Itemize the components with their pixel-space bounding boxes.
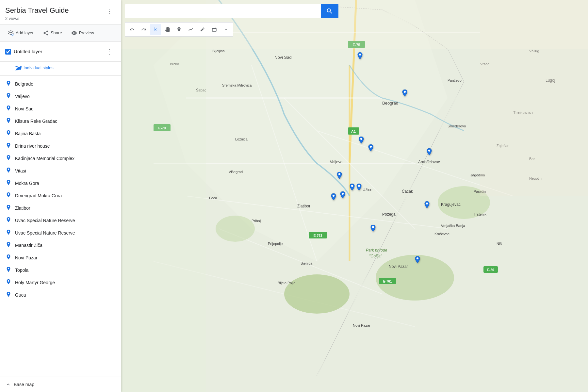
map-search-bar [125,4,584,18]
svg-point-8 [8,143,9,145]
location-name-label: Drvengrad Mokra Gora [15,193,62,198]
pin-icon [335,172,344,181]
add-layer-icon [8,30,14,36]
layer-checkbox[interactable] [5,49,11,55]
svg-text:Pančevo: Pančevo [448,78,462,82]
draw-line-button[interactable] [185,24,196,35]
location-list-item[interactable]: Mokra Gora [0,177,121,189]
app-title: Serbia Travel Guide [5,6,104,15]
share-label: Share [51,30,62,35]
map-pin-vrnjacka[interactable] [422,201,432,212]
location-list-item[interactable]: Drina river house [0,140,121,152]
share-icon [43,30,49,36]
svg-text:Kragujevac: Kragujevac [441,202,461,207]
location-list-item[interactable]: Valjevo [0,90,121,103]
svg-point-16 [8,243,9,244]
add-layer-label: Add layer [16,30,34,35]
pin-icon [422,201,432,210]
map-search-input[interactable] [125,4,321,18]
map-pin-zlatibor1[interactable] [335,172,344,182]
svg-text:Valjevo: Valjevo [330,160,343,164]
map-pin-novi-pazar[interactable] [413,256,422,267]
location-list-item[interactable]: Vitasi [0,165,121,177]
location-list-item[interactable]: Uvac Special Nature Reserve [0,214,121,227]
location-list-item[interactable]: Klisura Reke Gradac [0,115,121,127]
svg-text:Višegrad: Višegrad [229,170,243,174]
map-pin-valjevo[interactable] [357,137,366,147]
svg-point-103 [358,185,360,187]
location-pin-icon [5,180,12,187]
svg-point-11 [8,181,9,182]
add-marker-button[interactable] [173,24,185,35]
svg-text:E-80: E-80 [487,268,494,272]
location-list-item[interactable]: Guca [0,289,121,301]
location-list-item[interactable]: Drvengrad Mokra Gora [0,189,121,202]
svg-point-17 [8,255,9,256]
map-pin-holy-martyr[interactable] [368,225,378,235]
share-button[interactable]: Share [39,28,66,38]
location-list-item[interactable]: Manastir Žiča [0,239,121,252]
location-list-item[interactable]: Topola [0,264,121,276]
base-map-label: Base map [14,382,34,387]
layer-menu-button[interactable]: ⋮ [104,46,116,57]
location-list-item[interactable]: Novi Pazar [0,252,121,264]
location-name-label: Novi Sad [15,106,34,111]
preview-button[interactable]: Preview [67,28,98,38]
map-pin-novi-sad[interactable] [355,52,365,63]
svg-text:Novi Pazar: Novi Pazar [389,264,408,269]
app-header: Serbia Travel Guide 2 views ⋮ [0,0,121,24]
svg-point-14 [8,218,9,219]
location-list-item[interactable]: Zlatibor [0,202,121,214]
map-pin-belgrade[interactable] [400,90,409,100]
location-list-item[interactable]: Holy Martyr George [0,276,121,289]
map-pin-zlatibor3[interactable] [338,191,347,202]
location-name-label: Guca [15,292,26,298]
sidebar: Serbia Travel Guide 2 views ⋮ Add layer … [0,0,121,392]
location-pin-icon [5,217,12,224]
base-map-section[interactable]: Base map [0,377,121,392]
draw-shape-icon [200,27,205,32]
pin-icon [354,184,364,193]
search-icon [326,8,333,15]
svg-point-6 [8,119,9,120]
map-search-button[interactable] [321,4,338,18]
location-list-item[interactable]: Uvac Special Nature Reserve [0,227,121,239]
header-menu-button[interactable]: ⋮ [104,6,116,16]
svg-point-37 [216,216,255,242]
map-pin-zlatibor5[interactable] [354,184,364,194]
pan-button[interactable] [162,24,173,35]
location-pin-icon [5,81,12,87]
map-container: E-75 E-70 A1 Novi Sad Beograd Valjevo Už… [121,0,588,392]
location-list-item[interactable]: Novi Sad [0,103,121,115]
location-list-item[interactable]: Belgrade [0,78,121,90]
add-layer-button[interactable]: Add layer [4,28,38,38]
svg-text:Prijepolje: Prijepolje [268,242,283,246]
map-background: E-75 E-70 A1 Novi Sad Beograd Valjevo Už… [121,0,588,392]
individual-styles-row[interactable]: Individual styles [0,62,121,76]
svg-text:Loznica: Loznica [235,137,248,141]
map-toolbar: k [125,22,233,37]
location-list-item[interactable]: Kadinjača Memorial Complex [0,152,121,165]
location-pin-icon [5,205,12,211]
location-list-item[interactable]: Bajina Basta [0,127,121,140]
redo-button[interactable] [138,24,149,35]
svg-point-7 [8,131,9,132]
more-tools-button[interactable] [220,24,232,35]
undo-button[interactable] [126,24,138,35]
location-pin-icon [5,106,12,112]
pin-icon [425,148,434,157]
location-name-label: Kadinjača Memorial Complex [15,156,74,161]
map-pin-valjevo2[interactable] [366,144,375,155]
cursor-icon: k [155,27,157,32]
draw-shape-button[interactable] [197,24,208,35]
svg-point-94 [359,54,361,56]
svg-point-19 [8,280,9,281]
svg-text:Požega: Požega [382,212,396,217]
location-pin-icon [5,143,12,149]
map-pin-zlatibor4[interactable] [329,193,338,204]
cursor-button[interactable]: k [150,24,161,35]
measure-button[interactable] [209,24,220,35]
map-pin-topola[interactable] [425,148,434,159]
svg-point-98 [428,150,430,152]
location-name-label: Holy Martyr George [15,280,55,285]
